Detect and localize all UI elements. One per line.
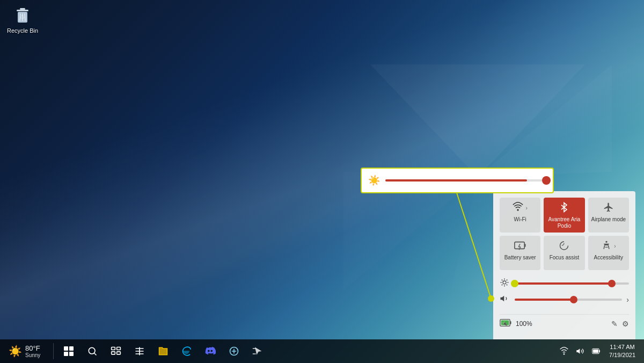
quick-btn-wifi[interactable]: › Wi-Fi: [500, 198, 540, 233]
quick-btn-focus[interactable]: Focus assist: [544, 236, 584, 270]
start-button[interactable]: [58, 340, 79, 362]
recycle-bin-icon: ♺: [12, 4, 33, 26]
bluetooth-label: Avantree AriaPodio: [548, 216, 581, 229]
accessibility-label: Accessibility: [594, 255, 623, 261]
bluetooth-icon: [559, 202, 569, 214]
qbittorrent-button[interactable]: [223, 340, 245, 362]
svg-rect-5: [20, 8, 25, 10]
svg-rect-34: [69, 346, 74, 351]
clock-time: 11:47 AM: [610, 343, 634, 351]
svg-rect-40: [117, 347, 121, 350]
system-clock[interactable]: 11:47 AM 7/19/2021: [605, 342, 640, 361]
wifi-arrow: ›: [525, 205, 527, 211]
quick-btn-accessibility[interactable]: › Accessibility: [588, 236, 629, 270]
sliders-section: ›: [500, 275, 629, 312]
battery-saver-label: Battery saver: [504, 255, 536, 261]
wifi-label: Wi-Fi: [514, 216, 526, 223]
battery-edit-icon[interactable]: ✎: [611, 320, 618, 328]
svg-line-38: [94, 353, 97, 355]
battery-icon: 🔌: [500, 318, 511, 330]
svg-line-16: [518, 244, 520, 247]
file-explorer-button[interactable]: [152, 340, 174, 362]
battery-row: 🔌 100% ✎ ⚙: [500, 314, 629, 333]
svg-point-37: [89, 347, 96, 354]
svg-rect-35: [64, 352, 68, 356]
svg-line-28: [507, 280, 508, 281]
svg-text:🔌: 🔌: [502, 321, 508, 326]
airplane-label: Airplane mode: [591, 216, 626, 223]
svg-rect-48: [599, 350, 600, 352]
svg-line-27: [502, 285, 503, 286]
recycle-bin-label: Recycle Bin: [7, 27, 38, 34]
svg-point-46: [564, 353, 565, 355]
weather-text: 80°F Sunny: [25, 344, 40, 358]
battery-saver-icon: [514, 240, 526, 252]
focus-icon: [559, 240, 569, 252]
brightness-popup-slider[interactable]: [385, 179, 546, 182]
svg-rect-41: [112, 352, 115, 354]
svg-text:♺: ♺: [20, 14, 25, 20]
weather-icon: ☀️: [9, 345, 22, 358]
svg-rect-49: [593, 350, 598, 353]
airplane-icon: [603, 202, 614, 214]
discord-button[interactable]: [200, 340, 221, 362]
search-button[interactable]: [82, 340, 103, 362]
edge-button[interactable]: [176, 340, 197, 362]
accessibility-icon: [601, 240, 612, 252]
weather-temp: 80°F: [25, 344, 40, 352]
taskbar: ☀️ 80°F Sunny: [0, 339, 644, 363]
weather-widget[interactable]: ☀️ 80°F Sunny: [4, 342, 45, 360]
task-view-button[interactable]: [105, 340, 127, 362]
tray-icon-volume[interactable]: [573, 344, 588, 359]
clock-date: 7/19/2021: [609, 351, 635, 359]
brightness-popup-icon: ☀️: [368, 175, 380, 186]
svg-line-26: [507, 285, 508, 286]
accessibility-arrow: ›: [614, 243, 616, 249]
wifi-icon: [513, 202, 523, 214]
svg-rect-36: [69, 352, 74, 356]
battery-percentage: 100%: [516, 320, 607, 328]
quick-btn-battery-saver[interactable]: Battery saver: [500, 236, 540, 270]
quick-actions-grid: › Wi-Fi Avantree AriaPodio: [500, 198, 629, 270]
taskbar-divider: [53, 343, 54, 359]
svg-rect-30: [510, 321, 511, 324]
desktop: ♺ Recycle Bin ☀️: [0, 0, 644, 363]
snipping-tool-button[interactable]: [247, 340, 268, 362]
quick-btn-bluetooth[interactable]: Avantree AriaPodio: [544, 198, 584, 233]
svg-point-20: [503, 281, 506, 284]
focus-label: Focus assist: [550, 255, 580, 261]
svg-line-9: [25, 13, 25, 21]
svg-rect-33: [64, 346, 68, 351]
svg-point-19: [605, 241, 607, 243]
volume-slider[interactable]: [515, 299, 622, 301]
svg-rect-42: [117, 352, 121, 354]
taskbar-right: 11:47 AM 7/19/2021: [557, 342, 640, 361]
recycle-bin[interactable]: ♺ Recycle Bin: [6, 4, 39, 34]
systray-icons: [557, 344, 604, 359]
weather-condition: Sunny: [25, 352, 40, 358]
battery-settings-icon[interactable]: ⚙: [622, 320, 629, 328]
brightness-popup: ☀️: [361, 168, 554, 193]
widgets-button[interactable]: [129, 340, 150, 362]
volume-arrow[interactable]: ›: [626, 295, 629, 304]
tray-icon-battery[interactable]: [589, 344, 604, 359]
brightness-slider-row: [500, 278, 629, 289]
tray-icon-network[interactable]: [557, 344, 572, 359]
svg-rect-39: [112, 347, 115, 350]
svg-line-18: [519, 247, 521, 250]
svg-rect-15: [524, 244, 525, 247]
svg-point-13: [517, 209, 519, 210]
volume-slider-row: ›: [500, 294, 629, 306]
volume-slider-icon: [500, 294, 510, 306]
brightness-slider[interactable]: [515, 282, 629, 285]
brightness-slider-icon: [500, 278, 510, 289]
action-center-panel: › Wi-Fi Avantree AriaPodio: [493, 191, 635, 339]
svg-line-25: [502, 280, 503, 281]
quick-btn-airplane[interactable]: Airplane mode: [588, 198, 629, 233]
svg-rect-4: [17, 10, 28, 11]
